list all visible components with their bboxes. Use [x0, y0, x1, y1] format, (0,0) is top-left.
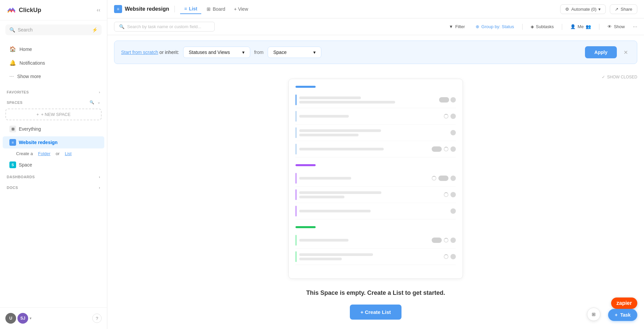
- show-more-label: Show more: [17, 74, 41, 79]
- show-closed-check-icon: ✓: [602, 75, 605, 79]
- user-avatars: U SJ ▾: [5, 313, 32, 324]
- sidebar-item-notifications[interactable]: 🔔 Notifications: [3, 56, 104, 69]
- zapier-label: zapier: [616, 300, 632, 306]
- empty-message: This Space is empty. Create a List to ge…: [306, 289, 445, 297]
- subtasks-label: Subtasks: [536, 24, 554, 29]
- illus-bar-3: [296, 127, 297, 138]
- illus-line-9b: [299, 258, 342, 260]
- sidebar-item-space[interactable]: S Space: [3, 159, 104, 171]
- list-link[interactable]: List: [65, 151, 71, 156]
- main-content: ≡ Website redesign ≡ List ⊞ Board + View…: [107, 0, 644, 329]
- apply-button[interactable]: Apply: [585, 46, 617, 58]
- sidebar-item-show-more[interactable]: ··· Show more: [3, 70, 104, 83]
- grid-view-button[interactable]: ⊞: [587, 308, 600, 321]
- illus-toggles-5: [432, 176, 456, 181]
- illus-spin-4: [444, 147, 448, 151]
- avatar-sj[interactable]: SJ: [17, 313, 28, 324]
- illus-lines-1: [299, 96, 436, 104]
- nav-items: 🏠 Home 🔔 Notifications ··· Show more: [0, 39, 107, 86]
- show-button[interactable]: 👁 Show: [605, 23, 628, 30]
- share-button[interactable]: ↗ Share: [610, 4, 637, 14]
- docs-section[interactable]: DOCS ›: [0, 182, 107, 193]
- inherit-banner: Start from scratch or inherit: Statuses …: [114, 41, 637, 64]
- spaces-expand-icon[interactable]: ⌄: [97, 100, 101, 105]
- illus-bar-6: [296, 189, 297, 200]
- toolbar-separator-3: [599, 24, 599, 30]
- add-task-button[interactable]: + Task: [608, 309, 637, 321]
- avatar-initials-1: U: [9, 316, 12, 321]
- project-icon: ≡: [114, 5, 122, 13]
- illus-row-1: [296, 92, 456, 108]
- tab-board[interactable]: ⊞ Board: [203, 4, 229, 14]
- subtasks-icon: ◈: [531, 24, 534, 29]
- start-from-scratch-link[interactable]: Start from scratch: [121, 50, 158, 55]
- automate-button[interactable]: ⚙ Automate (0) ▾: [560, 4, 606, 14]
- logo[interactable]: ClickUp: [7, 5, 41, 15]
- show-closed-toggle[interactable]: ✓ SHOW CLOSED: [602, 75, 637, 79]
- subtasks-button[interactable]: ◈ Subtasks: [528, 23, 556, 30]
- illus-toggles-1: [439, 97, 456, 103]
- new-space-button[interactable]: + + NEW SPACE: [5, 109, 102, 120]
- illus-line-8a: [299, 239, 348, 242]
- notifications-icon: 🔔: [9, 60, 16, 66]
- favorites-section: FAVORITES ›: [0, 86, 107, 96]
- illus-lines-4: [299, 148, 429, 150]
- share-icon: ↗: [615, 7, 619, 12]
- avatar-initials-2: SJ: [20, 316, 25, 321]
- me-group-icon: 👥: [586, 24, 591, 29]
- close-icon: ✕: [624, 49, 628, 56]
- illus-toggle-4: [432, 146, 442, 152]
- create-list-button[interactable]: + Create List: [350, 305, 401, 320]
- illus-lines-3: [299, 129, 448, 136]
- title-divider: [174, 6, 175, 12]
- help-button[interactable]: ?: [92, 314, 102, 323]
- favorites-expand-icon[interactable]: ›: [99, 90, 100, 94]
- dashboards-label: DASHBOARDS: [7, 175, 35, 179]
- avatar-dropdown[interactable]: ▾: [30, 313, 32, 324]
- new-space-label: + NEW SPACE: [41, 112, 70, 117]
- spaces-search-icon[interactable]: 🔍: [90, 100, 95, 105]
- inherit-type-select[interactable]: Statuses and Views ▾: [183, 47, 250, 58]
- illus-circle-1: [450, 97, 456, 103]
- illus-circle-3: [450, 130, 456, 135]
- more-options-button[interactable]: ···: [633, 24, 637, 30]
- inherit-from-select[interactable]: Space ▾: [268, 47, 321, 58]
- show-more-icon: ···: [9, 73, 14, 79]
- avatar-user[interactable]: U: [5, 313, 16, 324]
- illus-label-3: [296, 226, 316, 228]
- new-space-icon: +: [37, 112, 39, 117]
- illus-line-1a: [299, 96, 361, 99]
- filter-button[interactable]: ▼ Filter: [446, 23, 468, 30]
- spaces-section: SPACES 🔍 ⌄: [0, 96, 107, 107]
- dashboards-section[interactable]: DASHBOARDS ›: [0, 172, 107, 182]
- search-input-placeholder: Search by task name or custom field...: [127, 24, 201, 29]
- folder-link[interactable]: Folder: [38, 151, 51, 156]
- illus-circle-4: [450, 146, 456, 152]
- board-tab-label: Board: [213, 6, 225, 12]
- collapse-sidebar-button[interactable]: ‹‹: [97, 7, 100, 13]
- illus-spin-1: [444, 114, 448, 119]
- inherit-text: Start from scratch or inherit:: [121, 50, 179, 55]
- search-bar[interactable]: 🔍 Search ⚡: [5, 24, 102, 35]
- search-input[interactable]: 🔍 Search by task name or custom field...: [114, 22, 215, 31]
- sidebar-item-home[interactable]: 🏠 Home: [3, 43, 104, 56]
- close-banner-button[interactable]: ✕: [621, 48, 630, 57]
- illus-row-4: [296, 141, 456, 157]
- illus-spin-9: [444, 254, 448, 259]
- add-view-button[interactable]: + View: [231, 4, 252, 14]
- sidebar-item-website-redesign[interactable]: ≡ Website redesign: [3, 136, 104, 148]
- or-inherit-text: or inherit:: [159, 50, 179, 55]
- illus-toggles-7: [450, 208, 456, 214]
- website-redesign-label: Website redesign: [19, 140, 58, 145]
- illus-line-1b: [299, 101, 395, 104]
- sidebar-item-everything[interactable]: ⊞ Everything: [3, 123, 104, 135]
- everything-label: Everything: [19, 126, 41, 132]
- illus-toggles-4: [432, 146, 456, 152]
- tab-list[interactable]: ≡ List: [180, 4, 201, 14]
- group-by-label: Group by: Status: [481, 24, 514, 29]
- group-by-button[interactable]: ⊕ Group by: Status: [473, 23, 517, 30]
- illus-bar-7: [296, 206, 297, 216]
- me-button[interactable]: 👤 Me 👥: [568, 23, 594, 30]
- docs-expand-icon: ›: [99, 186, 100, 190]
- zapier-badge[interactable]: zapier: [611, 298, 637, 309]
